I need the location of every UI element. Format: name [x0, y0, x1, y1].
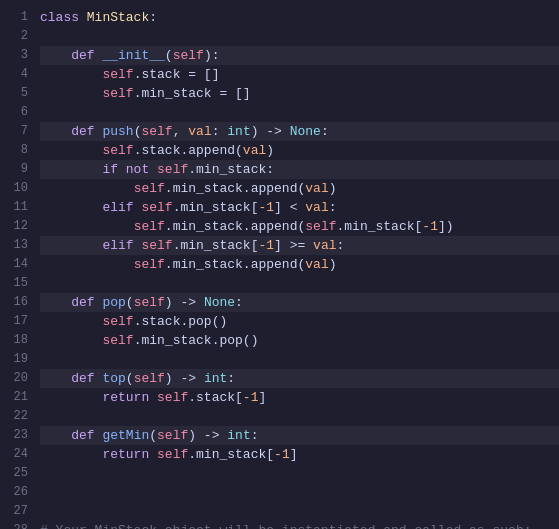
code-line — [40, 103, 559, 122]
token-normal: ) — [329, 179, 337, 198]
token-normal: .min_stack.pop() — [134, 331, 259, 350]
code-line — [40, 483, 559, 502]
token-self-kw: self — [157, 426, 188, 445]
token-number: -1 — [422, 217, 438, 236]
token-normal: ) -> — [165, 293, 204, 312]
token-normal: .min_stack.append( — [165, 217, 305, 236]
code-line: def pop(self) -> None: — [40, 293, 559, 312]
line-number: 6 — [8, 103, 28, 122]
code-line: self.min_stack.append(val) — [40, 179, 559, 198]
code-line — [40, 464, 559, 483]
token-normal: ] — [258, 388, 266, 407]
token-number: -1 — [258, 198, 274, 217]
code-line: self.min_stack = [] — [40, 84, 559, 103]
token-cls: MinStack — [87, 8, 149, 27]
token-self-kw: self — [102, 65, 133, 84]
token-normal — [40, 331, 102, 350]
token-number: -1 — [274, 445, 290, 464]
code-line — [40, 502, 559, 521]
token-self-kw: self — [157, 160, 188, 179]
token-self-kw: self — [141, 236, 172, 255]
token-self-kw: self — [134, 217, 165, 236]
line-number: 13 — [8, 236, 28, 255]
token-fn: getMin — [102, 426, 149, 445]
line-number: 12 — [8, 217, 28, 236]
code-line: def getMin(self) -> int: — [40, 426, 559, 445]
token-normal: : — [329, 198, 337, 217]
token-normal — [40, 217, 134, 236]
token-bracket: ): — [204, 46, 220, 65]
token-normal: ) -> — [188, 426, 227, 445]
token-self-kw: self — [134, 369, 165, 388]
token-normal: .min_stack[ — [188, 445, 274, 464]
token-normal: : — [251, 426, 259, 445]
token-normal: : — [321, 122, 329, 141]
line-number: 3 — [8, 46, 28, 65]
code-line: return self.min_stack[-1] — [40, 445, 559, 464]
token-self-kw: self — [157, 388, 188, 407]
line-number: 18 — [8, 331, 28, 350]
line-number: 8 — [8, 141, 28, 160]
token-self-kw: self — [134, 179, 165, 198]
token-builtin: int — [227, 426, 250, 445]
token-normal — [40, 65, 102, 84]
line-number: 21 — [8, 388, 28, 407]
token-param: val — [305, 255, 328, 274]
token-normal: .min_stack[ — [337, 217, 423, 236]
line-number: 23 — [8, 426, 28, 445]
line-number: 28 — [8, 521, 28, 529]
token-param: val — [243, 141, 266, 160]
line-number: 19 — [8, 350, 28, 369]
token-builtin: None — [290, 122, 321, 141]
token-fn: __init__ — [102, 46, 164, 65]
token-normal: ] — [290, 445, 298, 464]
code-line: class MinStack: — [40, 8, 559, 27]
line-number: 2 — [8, 27, 28, 46]
token-normal: .min_stack.append( — [165, 255, 305, 274]
token-kw: return — [40, 388, 157, 407]
code-line — [40, 27, 559, 46]
token-builtin: int — [227, 122, 250, 141]
code-line: return self.stack[-1] — [40, 388, 559, 407]
token-self-kw: self — [134, 255, 165, 274]
code-line: def top(self) -> int: — [40, 369, 559, 388]
line-number: 1 — [8, 8, 28, 27]
code-line: def push(self, val: int) -> None: — [40, 122, 559, 141]
line-number: 22 — [8, 407, 28, 426]
token-builtin: None — [204, 293, 235, 312]
line-number: 10 — [8, 179, 28, 198]
token-normal: , — [173, 122, 189, 141]
token-normal: .stack.pop() — [134, 312, 228, 331]
code-line: self.stack.append(val) — [40, 141, 559, 160]
code-line — [40, 407, 559, 426]
token-normal: ]) — [438, 217, 454, 236]
token-bracket: ( — [165, 46, 173, 65]
token-normal — [40, 179, 134, 198]
code-line: self.min_stack.append(self.min_stack[-1]… — [40, 217, 559, 236]
token-kw: elif — [40, 236, 141, 255]
token-self-kw: self — [141, 198, 172, 217]
line-number: 20 — [8, 369, 28, 388]
token-normal: .stack[ — [188, 388, 243, 407]
code-lines: class MinStack: def __init__(self): self… — [36, 8, 559, 529]
token-normal: .min_stack[ — [173, 198, 259, 217]
token-normal — [40, 312, 102, 331]
code-line: def __init__(self): — [40, 46, 559, 65]
token-normal: : — [227, 369, 235, 388]
line-number: 16 — [8, 293, 28, 312]
code-line — [40, 274, 559, 293]
token-self-kw: self — [102, 141, 133, 160]
token-normal: : — [149, 8, 157, 27]
token-bracket: ( — [126, 293, 134, 312]
token-kw: def — [40, 426, 102, 445]
line-number: 24 — [8, 445, 28, 464]
token-bracket: ( — [126, 369, 134, 388]
token-kw: return — [40, 445, 157, 464]
token-self-kw: self — [157, 445, 188, 464]
token-param: val — [188, 122, 211, 141]
token-kw: def — [40, 369, 102, 388]
token-normal: ) -> — [165, 369, 204, 388]
token-normal: : — [212, 122, 228, 141]
code-line: elif self.min_stack[-1] >= val: — [40, 236, 559, 255]
token-fn: pop — [102, 293, 125, 312]
